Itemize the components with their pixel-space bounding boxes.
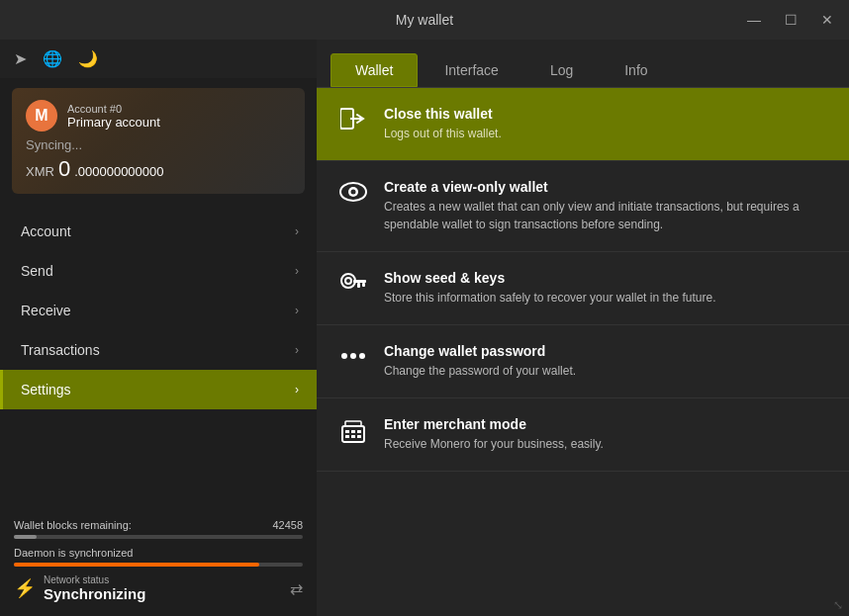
resize-handle[interactable]: ⤡ <box>833 598 843 612</box>
network-status-label: Network status <box>44 574 145 585</box>
chevron-right-icon: › <box>295 383 299 396</box>
balance-row: XMR 0 .000000000000 <box>26 156 291 182</box>
svg-rect-16 <box>357 430 361 433</box>
svg-point-4 <box>351 190 356 195</box>
eye-icon <box>338 181 368 209</box>
sidebar-item-send[interactable]: Send › <box>0 251 317 291</box>
sidebar: ➤ 🌐 🌙 M Account #0 Primary account Synci… <box>0 40 317 616</box>
svg-rect-8 <box>362 283 365 287</box>
nav-items: Account › Send › Receive › Transactions … <box>0 204 317 509</box>
svg-rect-14 <box>345 430 349 433</box>
svg-rect-17 <box>345 435 349 438</box>
close-wallet-desc: Logs out of this wallet. <box>384 125 502 142</box>
network-status-value: Synchronizing <box>44 585 145 602</box>
settings-content: Close this wallet Logs out of this walle… <box>317 88 849 616</box>
svg-point-10 <box>341 353 347 359</box>
moon-icon[interactable]: 🌙 <box>78 49 98 68</box>
balance-decimal: .000000000000 <box>74 164 163 179</box>
change-password-title: Change wallet password <box>384 343 576 359</box>
svg-rect-20 <box>345 421 361 426</box>
sidebar-footer: Wallet blocks remaining: 42458 Daemon is… <box>0 509 317 616</box>
chevron-right-icon: › <box>295 264 299 278</box>
view-only-title: Create a view-only wallet <box>384 179 827 195</box>
seed-keys-item[interactable]: Show seed & keys Store this information … <box>317 252 849 325</box>
globe-icon[interactable]: 🌐 <box>43 49 62 68</box>
daemon-progress-bar-bg <box>14 563 303 567</box>
monero-logo: M <box>26 100 57 132</box>
svg-point-11 <box>350 353 356 359</box>
merchant-mode-title: Enter merchant mode <box>384 416 604 432</box>
svg-rect-9 <box>357 283 360 288</box>
daemon-text: Daemon is synchronized <box>14 547 303 559</box>
lightning-icon: ⚡ <box>14 577 36 599</box>
maximize-button[interactable]: ☐ <box>779 10 803 30</box>
minimize-button[interactable]: — <box>741 10 767 30</box>
svg-rect-15 <box>351 430 355 433</box>
sidebar-item-account[interactable]: Account › <box>0 212 317 251</box>
blocks-progress-bar-fill <box>14 535 37 539</box>
tab-interface[interactable]: Interface <box>420 53 522 87</box>
blocks-label: Wallet blocks remaining: <box>14 519 132 531</box>
svg-rect-19 <box>357 435 361 438</box>
chevron-right-icon: › <box>295 304 299 317</box>
dots-icon <box>338 345 368 373</box>
balance-currency: XMR <box>26 164 54 179</box>
network-row: ⚡ Network status Synchronizing ⇄ <box>14 574 303 602</box>
chevron-right-icon: › <box>295 224 299 238</box>
close-wallet-title: Close this wallet <box>384 106 502 122</box>
tabs-bar: Wallet Interface Log Info <box>317 40 849 88</box>
view-only-desc: Creates a new wallet that can only view … <box>384 198 827 233</box>
sidebar-item-receive[interactable]: Receive › <box>0 291 317 330</box>
account-card: M Account #0 Primary account Syncing... … <box>12 88 305 194</box>
blocks-progress-bar-bg <box>14 535 303 539</box>
forward-icon[interactable]: ➤ <box>14 49 27 68</box>
merchant-mode-item[interactable]: Enter merchant mode Receive Monero for y… <box>317 398 849 472</box>
right-panel: Wallet Interface Log Info Close this wal… <box>317 40 849 616</box>
window-title: My wallet <box>396 12 453 28</box>
balance-whole: 0 <box>58 156 70 182</box>
close-wallet-item[interactable]: Close this wallet Logs out of this walle… <box>317 88 849 161</box>
view-only-wallet-item[interactable]: Create a view-only wallet Creates a new … <box>317 161 849 252</box>
close-button[interactable]: ✕ <box>815 10 839 30</box>
svg-rect-18 <box>351 435 355 438</box>
account-card-header: M Account #0 Primary account <box>26 100 291 132</box>
main-layout: ➤ 🌐 🌙 M Account #0 Primary account Synci… <box>0 40 849 616</box>
change-password-item[interactable]: Change wallet password Change the passwo… <box>317 325 849 398</box>
tab-log[interactable]: Log <box>525 53 598 87</box>
tab-wallet[interactable]: Wallet <box>330 53 418 87</box>
chevron-right-icon: › <box>295 343 299 357</box>
syncing-text: Syncing... <box>26 137 291 152</box>
daemon-progress-bar-fill <box>14 563 259 567</box>
exit-icon <box>338 108 368 135</box>
window-controls: — ☐ ✕ <box>741 10 839 30</box>
account-name: Primary account <box>67 115 160 130</box>
sidebar-item-transactions[interactable]: Transactions › <box>0 330 317 370</box>
tab-info[interactable]: Info <box>600 53 672 87</box>
merchant-mode-desc: Receive Monero for your business, easily… <box>384 435 604 453</box>
change-password-desc: Change the password of your wallet. <box>384 362 576 380</box>
svg-point-12 <box>359 353 365 359</box>
seed-keys-title: Show seed & keys <box>384 270 716 286</box>
sidebar-item-settings[interactable]: Settings › <box>0 370 317 409</box>
svg-point-5 <box>341 274 355 288</box>
seed-keys-desc: Store this information safely to recover… <box>384 289 716 307</box>
account-number: Account #0 <box>67 103 160 115</box>
blocks-row: Wallet blocks remaining: 42458 <box>14 519 303 531</box>
key-icon <box>338 272 368 300</box>
svg-rect-13 <box>342 426 364 442</box>
shuffle-icon[interactable]: ⇄ <box>290 579 303 598</box>
title-bar: My wallet — ☐ ✕ <box>0 0 849 40</box>
register-icon <box>338 418 368 450</box>
sidebar-top-bar: ➤ 🌐 🌙 <box>0 40 317 78</box>
svg-point-6 <box>345 278 351 284</box>
svg-rect-7 <box>353 280 366 283</box>
blocks-value: 42458 <box>272 519 303 531</box>
network-left: ⚡ Network status Synchronizing <box>14 574 145 602</box>
